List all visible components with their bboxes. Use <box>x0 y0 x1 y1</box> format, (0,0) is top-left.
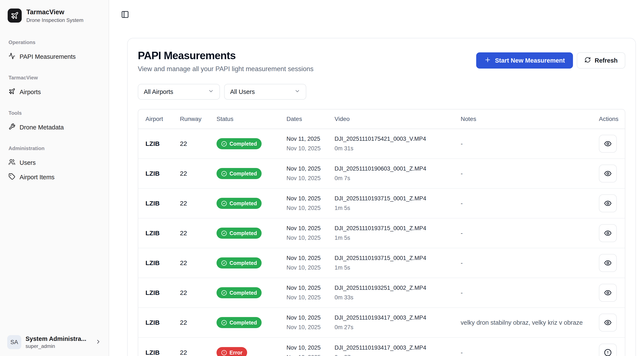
video-filename: DJI_20251110193417_0003_Z.MP4 <box>334 314 461 321</box>
status-cell: Completed <box>216 228 286 239</box>
col-header-dates: Dates <box>286 116 334 122</box>
date-secondary: Nov 10, 2025 <box>286 354 334 356</box>
refresh-button-label: Refresh <box>595 57 618 64</box>
user-role: super_admin <box>26 343 91 349</box>
actions-cell <box>599 344 617 356</box>
notes-cell: - <box>461 260 599 267</box>
notes-cell: - <box>461 140 599 147</box>
view-measurement-button[interactable] <box>599 314 617 331</box>
user-menu[interactable]: SA System Administra... super_admin <box>5 332 104 352</box>
view-measurement-button[interactable] <box>599 344 617 356</box>
date-primary: Nov 10, 2025 <box>286 195 334 202</box>
check-circle-icon <box>221 290 227 296</box>
date-secondary: Nov 10, 2025 <box>286 145 334 152</box>
video-filename: DJI_20251110193417_0003_Z.MP4 <box>334 344 461 351</box>
dates-cell: Nov 10, 2025 Nov 10, 2025 <box>286 344 334 356</box>
section-label-tarmacview: TarmacView <box>5 75 104 81</box>
measurement-row: LZIB 22 Completed Nov 10, 2025 Nov 10, 2… <box>138 248 625 278</box>
sidebar-item-users[interactable]: Users <box>5 156 104 170</box>
runway-cell: 22 <box>180 170 216 177</box>
main-content: PAPI Measurements View and manage all yo… <box>109 0 644 356</box>
dates-cell: Nov 10, 2025 Nov 10, 2025 <box>286 195 334 212</box>
dates-cell: Nov 10, 2025 Nov 10, 2025 <box>286 285 334 301</box>
video-cell: DJI_20251110193715_0001_Z.MP4 1m 5s <box>334 225 461 241</box>
eye-icon <box>604 140 612 147</box>
section-label-operations: Operations <box>5 39 104 45</box>
video-filename: DJI_20251110193715_0001_Z.MP4 <box>334 255 461 261</box>
col-header-status: Status <box>216 116 286 122</box>
eye-icon <box>604 229 612 237</box>
status-label: Completed <box>230 170 257 177</box>
actions-cell <box>599 314 617 331</box>
runway-cell: 22 <box>180 349 216 356</box>
sidebar-toggle-button[interactable] <box>119 9 131 21</box>
actions-cell <box>599 164 617 183</box>
view-measurement-button[interactable] <box>599 164 617 183</box>
app-name: TarmacView <box>26 8 83 16</box>
status-badge: Completed <box>216 257 262 268</box>
airport-cell: LZIB <box>146 319 180 326</box>
airport-filter-select[interactable]: All Airports <box>138 84 220 100</box>
status-cell: Completed <box>216 257 286 268</box>
view-measurement-button[interactable] <box>599 194 617 212</box>
view-measurement-button[interactable] <box>599 254 617 272</box>
airport-cell: LZIB <box>146 349 180 356</box>
status-cell: Error <box>216 347 286 356</box>
video-filename: DJI_20251110193251_0002_Z.MP4 <box>334 285 461 291</box>
view-measurement-button[interactable] <box>599 135 617 153</box>
video-cell: DJI_20251110175421_0003_V.MP4 0m 31s <box>334 136 461 152</box>
status-badge: Completed <box>216 287 262 298</box>
status-badge: Completed <box>216 168 262 179</box>
status-label: Error <box>230 349 242 356</box>
measurement-row: LZIB 22 Completed Nov 10, 2025 Nov 10, 2… <box>138 159 625 189</box>
view-measurement-button[interactable] <box>599 224 617 242</box>
date-primary: Nov 10, 2025 <box>286 344 334 351</box>
airport-cell: LZIB <box>146 259 180 267</box>
user-name: System Administra... <box>26 335 89 342</box>
notes-cell: - <box>461 230 599 237</box>
view-measurement-button[interactable] <box>599 284 617 302</box>
measurement-row: LZIB 22 Completed Nov 10, 2025 Nov 10, 2… <box>138 308 625 338</box>
sidebar-item-airports[interactable]: Airports <box>5 85 104 99</box>
check-circle-icon <box>221 171 227 176</box>
tag-icon <box>8 173 15 182</box>
sidebar-item-airport-items[interactable]: Airport Items <box>5 170 104 185</box>
video-duration: 0m 7s <box>334 175 461 182</box>
date-primary: Nov 10, 2025 <box>286 165 334 172</box>
refresh-button[interactable]: Refresh <box>577 52 625 69</box>
runway-cell: 22 <box>180 200 216 207</box>
video-duration: 0m 27s <box>334 324 461 331</box>
actions-cell <box>599 135 617 153</box>
date-primary: Nov 10, 2025 <box>286 255 334 261</box>
alert-circle-icon <box>604 349 612 356</box>
sidebar-item-drone-metadata[interactable]: Drone Metadata <box>5 120 104 135</box>
runway-cell: 22 <box>180 289 216 296</box>
video-cell: DJI_20251110193715_0001_Z.MP4 1m 5s <box>334 195 461 212</box>
status-label: Completed <box>230 141 257 147</box>
panel-left-icon <box>121 11 129 19</box>
table-body: LZIB 22 Completed Nov 11, 2025 Nov 10, 2… <box>138 129 625 356</box>
video-cell: DJI_20251110190603_0001_Z.MP4 0m 7s <box>334 165 461 182</box>
video-cell: DJI_20251110193417_0003_Z.MP4 0m 27s <box>334 314 461 331</box>
status-label: Completed <box>230 290 257 296</box>
runway-cell: 22 <box>180 259 216 267</box>
check-circle-icon <box>221 260 227 266</box>
dates-cell: Nov 10, 2025 Nov 10, 2025 <box>286 225 334 241</box>
papi-measurements-card: PAPI Measurements View and manage all yo… <box>127 38 636 356</box>
status-badge: Completed <box>216 317 262 328</box>
runway-cell: 22 <box>180 319 216 326</box>
video-duration: 1m 5s <box>334 235 461 241</box>
user-filter-select[interactable]: All Users <box>224 84 306 100</box>
date-secondary: Nov 10, 2025 <box>286 294 334 301</box>
avatar: SA <box>7 335 21 349</box>
status-badge: Completed <box>216 138 262 149</box>
start-new-measurement-button[interactable]: Start New Measurement <box>476 52 573 69</box>
video-duration: 0m 31s <box>334 145 461 152</box>
page-subtitle: View and manage all your PAPI light meas… <box>138 65 314 73</box>
airport-cell: LZIB <box>146 200 180 207</box>
notes-cell: - <box>461 289 599 296</box>
sidebar-item-papi-measurements[interactable]: PAPI Measurements <box>5 50 104 64</box>
dates-cell: Nov 10, 2025 Nov 10, 2025 <box>286 314 334 331</box>
dates-cell: Nov 11, 2025 Nov 10, 2025 <box>286 136 334 152</box>
sidebar-item-label: Airports <box>20 89 41 96</box>
